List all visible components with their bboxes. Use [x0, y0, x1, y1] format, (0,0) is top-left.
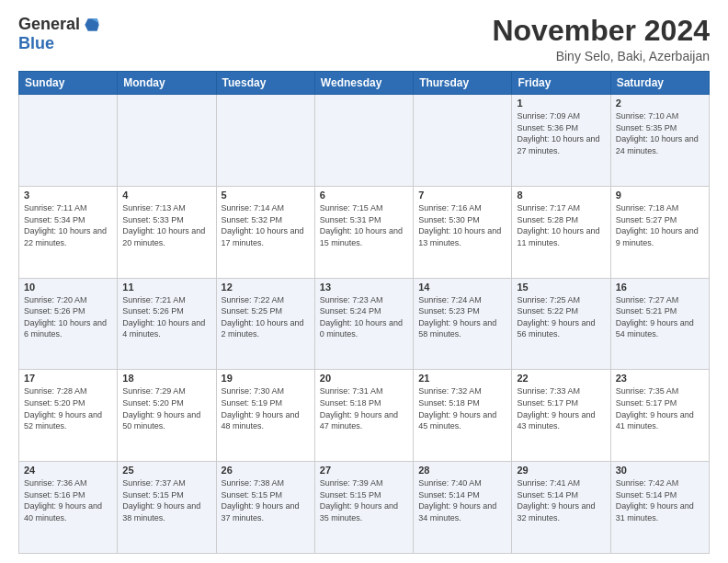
day-info: Sunrise: 7:41 AM Sunset: 5:14 PM Dayligh… [517, 477, 605, 523]
day-number: 12 [222, 282, 310, 293]
day-number: 5 [222, 190, 310, 201]
day-cell [118, 95, 216, 187]
day-number: 6 [320, 190, 408, 201]
day-number: 27 [320, 465, 408, 476]
day-cell: 11Sunrise: 7:21 AM Sunset: 5:26 PM Dayli… [118, 278, 216, 370]
day-info: Sunrise: 7:40 AM Sunset: 5:14 PM Dayligh… [418, 477, 506, 523]
day-cell: 29Sunrise: 7:41 AM Sunset: 5:14 PM Dayli… [512, 462, 610, 554]
day-cell: 13Sunrise: 7:23 AM Sunset: 5:24 PM Dayli… [314, 278, 413, 370]
day-number: 3 [24, 190, 112, 201]
day-info: Sunrise: 7:14 AM Sunset: 5:32 PM Dayligh… [222, 202, 310, 248]
day-info: Sunrise: 7:30 AM Sunset: 5:19 PM Dayligh… [222, 385, 310, 431]
day-cell: 24Sunrise: 7:36 AM Sunset: 5:16 PM Dayli… [19, 462, 118, 554]
day-number: 14 [418, 282, 506, 293]
day-number: 26 [222, 465, 310, 476]
day-cell: 23Sunrise: 7:35 AM Sunset: 5:17 PM Dayli… [610, 370, 709, 462]
day-info: Sunrise: 7:23 AM Sunset: 5:24 PM Dayligh… [320, 294, 408, 340]
day-number: 18 [122, 373, 210, 384]
day-cell: 4Sunrise: 7:13 AM Sunset: 5:33 PM Daylig… [118, 186, 216, 278]
day-cell: 5Sunrise: 7:14 AM Sunset: 5:32 PM Daylig… [216, 186, 314, 278]
day-info: Sunrise: 7:13 AM Sunset: 5:33 PM Dayligh… [122, 202, 210, 248]
header: General Blue November 2024 Biny Selo, Ba… [18, 15, 710, 63]
day-cell: 7Sunrise: 7:16 AM Sunset: 5:30 PM Daylig… [414, 186, 512, 278]
day-number: 21 [418, 373, 506, 384]
day-cell: 26Sunrise: 7:38 AM Sunset: 5:15 PM Dayli… [216, 462, 314, 554]
day-number: 28 [418, 465, 506, 476]
day-info: Sunrise: 7:18 AM Sunset: 5:27 PM Dayligh… [616, 202, 704, 248]
logo-icon [82, 16, 100, 34]
day-info: Sunrise: 7:27 AM Sunset: 5:21 PM Dayligh… [616, 294, 704, 340]
day-cell: 20Sunrise: 7:31 AM Sunset: 5:18 PM Dayli… [314, 370, 413, 462]
day-cell: 19Sunrise: 7:30 AM Sunset: 5:19 PM Dayli… [216, 370, 314, 462]
day-cell: 2Sunrise: 7:10 AM Sunset: 5:35 PM Daylig… [610, 95, 709, 187]
day-cell: 1Sunrise: 7:09 AM Sunset: 5:36 PM Daylig… [512, 95, 610, 187]
week-row-4: 17Sunrise: 7:28 AM Sunset: 5:20 PM Dayli… [19, 370, 710, 462]
day-info: Sunrise: 7:38 AM Sunset: 5:15 PM Dayligh… [222, 477, 310, 523]
day-info: Sunrise: 7:39 AM Sunset: 5:15 PM Dayligh… [320, 477, 408, 523]
day-number: 24 [24, 465, 112, 476]
day-cell: 28Sunrise: 7:40 AM Sunset: 5:14 PM Dayli… [414, 462, 512, 554]
day-cell: 30Sunrise: 7:42 AM Sunset: 5:14 PM Dayli… [610, 462, 709, 554]
day-info: Sunrise: 7:31 AM Sunset: 5:18 PM Dayligh… [320, 385, 408, 431]
day-number: 9 [616, 190, 704, 201]
day-info: Sunrise: 7:24 AM Sunset: 5:23 PM Dayligh… [418, 294, 506, 340]
day-info: Sunrise: 7:20 AM Sunset: 5:26 PM Dayligh… [24, 294, 112, 340]
day-info: Sunrise: 7:25 AM Sunset: 5:22 PM Dayligh… [517, 294, 605, 340]
week-row-1: 1Sunrise: 7:09 AM Sunset: 5:36 PM Daylig… [19, 95, 710, 187]
day-number: 13 [320, 282, 408, 293]
day-info: Sunrise: 7:37 AM Sunset: 5:15 PM Dayligh… [122, 477, 210, 523]
logo: General Blue [18, 15, 100, 53]
day-info: Sunrise: 7:21 AM Sunset: 5:26 PM Dayligh… [122, 294, 210, 340]
day-cell: 17Sunrise: 7:28 AM Sunset: 5:20 PM Dayli… [19, 370, 118, 462]
days-header-row: Sunday Monday Tuesday Wednesday Thursday… [19, 72, 710, 95]
day-cell [414, 95, 512, 187]
header-saturday: Saturday [610, 72, 709, 95]
day-cell: 9Sunrise: 7:18 AM Sunset: 5:27 PM Daylig… [610, 186, 709, 278]
week-row-2: 3Sunrise: 7:11 AM Sunset: 5:34 PM Daylig… [19, 186, 710, 278]
day-number: 15 [517, 282, 605, 293]
header-tuesday: Tuesday [216, 72, 314, 95]
day-number: 22 [517, 373, 605, 384]
day-cell: 21Sunrise: 7:32 AM Sunset: 5:18 PM Dayli… [414, 370, 512, 462]
location: Biny Selo, Baki, Azerbaijan [492, 49, 710, 63]
day-cell: 22Sunrise: 7:33 AM Sunset: 5:17 PM Dayli… [512, 370, 610, 462]
header-thursday: Thursday [414, 72, 512, 95]
day-cell [314, 95, 413, 187]
day-cell: 12Sunrise: 7:22 AM Sunset: 5:25 PM Dayli… [216, 278, 314, 370]
day-cell [216, 95, 314, 187]
day-info: Sunrise: 7:09 AM Sunset: 5:36 PM Dayligh… [517, 110, 605, 156]
day-number: 10 [24, 282, 112, 293]
day-info: Sunrise: 7:17 AM Sunset: 5:28 PM Dayligh… [517, 202, 605, 248]
month-title: November 2024 [492, 15, 710, 47]
day-info: Sunrise: 7:42 AM Sunset: 5:14 PM Dayligh… [616, 477, 704, 523]
day-info: Sunrise: 7:28 AM Sunset: 5:20 PM Dayligh… [24, 385, 112, 431]
day-info: Sunrise: 7:35 AM Sunset: 5:17 PM Dayligh… [616, 385, 704, 431]
day-number: 11 [122, 282, 210, 293]
day-cell: 3Sunrise: 7:11 AM Sunset: 5:34 PM Daylig… [19, 186, 118, 278]
day-number: 23 [616, 373, 704, 384]
day-number: 25 [122, 465, 210, 476]
header-friday: Friday [512, 72, 610, 95]
header-monday: Monday [118, 72, 216, 95]
week-row-3: 10Sunrise: 7:20 AM Sunset: 5:26 PM Dayli… [19, 278, 710, 370]
day-number: 16 [616, 282, 704, 293]
title-block: November 2024 Biny Selo, Baki, Azerbaija… [492, 15, 710, 63]
day-number: 29 [517, 465, 605, 476]
day-cell: 25Sunrise: 7:37 AM Sunset: 5:15 PM Dayli… [118, 462, 216, 554]
day-cell: 6Sunrise: 7:15 AM Sunset: 5:31 PM Daylig… [314, 186, 413, 278]
logo-blue-text: Blue [18, 34, 54, 53]
header-wednesday: Wednesday [314, 72, 413, 95]
day-info: Sunrise: 7:10 AM Sunset: 5:35 PM Dayligh… [616, 110, 704, 156]
day-number: 4 [122, 190, 210, 201]
calendar-table: Sunday Monday Tuesday Wednesday Thursday… [18, 71, 710, 554]
day-cell: 15Sunrise: 7:25 AM Sunset: 5:22 PM Dayli… [512, 278, 610, 370]
day-cell: 16Sunrise: 7:27 AM Sunset: 5:21 PM Dayli… [610, 278, 709, 370]
day-number: 8 [517, 190, 605, 201]
day-number: 1 [517, 98, 605, 109]
day-info: Sunrise: 7:29 AM Sunset: 5:20 PM Dayligh… [122, 385, 210, 431]
day-cell [19, 95, 118, 187]
day-cell: 27Sunrise: 7:39 AM Sunset: 5:15 PM Dayli… [314, 462, 413, 554]
day-cell: 8Sunrise: 7:17 AM Sunset: 5:28 PM Daylig… [512, 186, 610, 278]
day-number: 7 [418, 190, 506, 201]
day-number: 17 [24, 373, 112, 384]
